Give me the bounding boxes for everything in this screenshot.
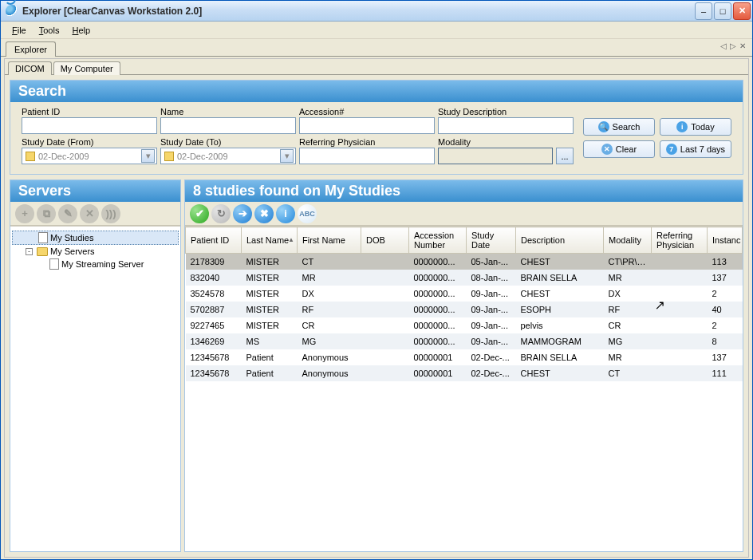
cell-fn: Anonymous — [298, 365, 361, 381]
cell-ln: MISTER — [242, 286, 298, 302]
table-row[interactable]: 1346269MSMG0000000...09-Jan-...MAMMOGRAM… — [186, 333, 743, 349]
clear-button[interactable]: ✕Clear — [583, 140, 655, 158]
column-header[interactable]: Accession Number — [409, 227, 467, 254]
results-table-wrap[interactable]: Patient IDLast Name▲First NameDOBAccessi… — [185, 226, 743, 551]
label-modality: Modality — [438, 137, 574, 147]
accession-input[interactable] — [299, 117, 435, 134]
tab-prev-icon[interactable]: ◁ — [720, 41, 727, 50]
last-7-days-button[interactable]: 7Last 7 days — [660, 140, 731, 158]
open-study-button[interactable]: ✔ — [190, 204, 209, 223]
servers-heading: Servers — [10, 180, 180, 202]
label-date-to: Study Date (To) — [160, 137, 296, 147]
server-add-button[interactable]: + — [15, 204, 34, 223]
column-header[interactable]: Patient ID — [186, 227, 242, 254]
cell-ref — [652, 349, 708, 365]
tab-close-icon[interactable]: ✕ — [739, 41, 746, 50]
retrieve-button[interactable]: ↻ — [211, 204, 231, 223]
cell-ref — [652, 270, 708, 286]
column-header[interactable]: First Name — [298, 227, 361, 254]
cell-ref — [652, 254, 708, 270]
modality-input[interactable] — [438, 148, 553, 164]
cell-fn: DX — [298, 286, 361, 302]
tab-dicom[interactable]: DICOM — [8, 61, 52, 75]
cell-dob — [361, 317, 409, 333]
cell-ln: MISTER — [242, 317, 298, 333]
cell-mod: MG — [604, 333, 652, 349]
tree-node-my-servers[interactable]: -My Servers — [12, 246, 179, 257]
server-delete-button[interactable]: ✕ — [80, 204, 99, 223]
app-icon — [6, 5, 18, 18]
table-row[interactable]: 12345678PatientAnonymous0000000102-Dec-.… — [186, 349, 743, 365]
cell-ref — [652, 302, 708, 317]
cell-mod: MR — [604, 270, 652, 286]
label-name: Name — [160, 107, 296, 116]
column-header[interactable]: Referring Physician — [652, 227, 708, 254]
cell-date: 09-Jan-... — [467, 302, 516, 317]
cell-date: 09-Jan-... — [467, 333, 516, 349]
study-desc-input[interactable] — [438, 117, 574, 134]
chevron-down-icon[interactable]: ▾ — [141, 149, 155, 163]
date-to-picker[interactable]: 02-Dec-2009▾ — [160, 148, 296, 164]
label-accession: Accession# — [299, 107, 435, 116]
cell-pid: 5702887 — [186, 302, 242, 317]
menu-tools[interactable]: Tools — [34, 24, 65, 37]
search-button[interactable]: 🔍Search — [583, 118, 655, 136]
date-from-picker[interactable]: 02-Dec-2009▾ — [22, 148, 157, 164]
menu-help[interactable]: Help — [67, 24, 95, 37]
table-row[interactable]: 2178309MISTERCT0000000...05-Jan-...CHEST… — [186, 254, 743, 270]
column-header[interactable]: Description — [516, 227, 604, 254]
cell-mod: DX — [604, 286, 652, 302]
table-row[interactable]: 3524578MISTERDX0000000...09-Jan-...CHEST… — [186, 286, 743, 302]
maximize-button[interactable]: □ — [714, 2, 731, 20]
column-header[interactable]: Study Date — [467, 227, 516, 254]
table-row[interactable]: 5702887MISTERRF0000000...09-Jan-...ESOPH… — [186, 302, 743, 317]
cell-pid: 9227465 — [186, 317, 242, 333]
menu-file[interactable]: File — [7, 24, 31, 37]
cell-ref — [652, 286, 708, 302]
tree-node-my-studies[interactable]: My Studies — [12, 231, 179, 245]
workspace-tabs: Explorer ◁ ▷ ✕ — [1, 39, 752, 57]
server-edit-button[interactable]: ✎ — [58, 204, 77, 223]
delete-study-button[interactable]: ✖ — [254, 204, 274, 223]
ref-phys-input[interactable] — [299, 148, 435, 164]
cell-inst: 113 — [708, 254, 743, 270]
name-input[interactable] — [160, 117, 296, 134]
column-header[interactable]: DOB — [361, 227, 409, 254]
column-header[interactable]: Instanc — [708, 227, 743, 254]
chevron-down-icon[interactable]: ▾ — [280, 149, 294, 163]
close-button[interactable]: ✕ — [733, 2, 751, 20]
info-icon: 7 — [666, 144, 677, 155]
table-row[interactable]: 832040MISTERMR0000000...08-Jan-...BRAIN … — [186, 270, 743, 286]
cell-inst: 111 — [708, 365, 743, 381]
tab-explorer[interactable]: Explorer — [6, 41, 56, 57]
cell-ln: MISTER — [242, 302, 298, 317]
server-verify-button[interactable]: ))) — [101, 204, 120, 223]
collapse-icon[interactable]: - — [26, 248, 33, 255]
table-row[interactable]: 9227465MISTERCR0000000...09-Jan-...pelvi… — [186, 317, 743, 333]
cell-ln: Patient — [242, 349, 298, 365]
search-heading: Search — [10, 81, 743, 102]
table-row[interactable]: 12345678PatientAnonymous0000000102-Dec-.… — [186, 365, 743, 381]
today-button[interactable]: iToday — [660, 118, 731, 136]
tab-my-computer[interactable]: My Computer — [53, 61, 120, 75]
cell-inst: 2 — [708, 286, 743, 302]
cell-fn: RF — [298, 302, 361, 317]
modality-picker-button[interactable]: ... — [556, 148, 574, 164]
tree-node-streaming-server[interactable]: My Streaming Server — [12, 258, 179, 270]
column-header[interactable]: Modality — [604, 227, 652, 254]
server-group-button[interactable]: ⧉ — [37, 204, 56, 223]
column-header[interactable]: Last Name▲ — [242, 227, 298, 254]
info-icon: i — [676, 121, 688, 132]
send-button[interactable]: ➔ — [233, 204, 252, 223]
servers-tree[interactable]: My Studies -My Servers My Streaming Serv… — [10, 226, 180, 551]
minimize-button[interactable]: – — [695, 2, 712, 20]
title-bar[interactable]: Explorer [ClearCanvas Workstation 2.0] –… — [1, 1, 752, 22]
info-button[interactable]: i — [276, 204, 295, 223]
cell-ln: Patient — [242, 365, 298, 381]
results-heading: 8 studies found on My Studies — [185, 180, 743, 202]
patient-id-input[interactable] — [22, 117, 157, 134]
cell-desc: pelvis — [516, 317, 604, 333]
tab-next-icon[interactable]: ▷ — [730, 41, 736, 50]
anonymize-button[interactable]: ABC — [298, 204, 317, 223]
search-panel: Search Patient ID Name Accession# Study … — [10, 80, 743, 175]
